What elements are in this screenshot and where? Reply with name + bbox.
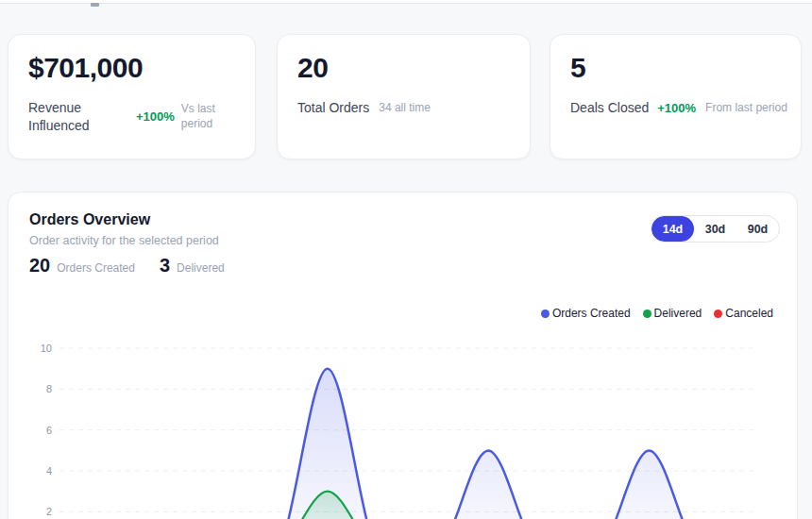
svg-text:8: 8 xyxy=(46,383,52,394)
canceled-dot-icon xyxy=(714,310,722,318)
total-orders-label: Total Orders xyxy=(297,99,369,117)
stat-card-total-orders: 20 Total Orders 34 all time xyxy=(277,34,531,159)
revenue-period-note: Vs last period xyxy=(181,102,236,131)
orders-overview-card: Orders Overview Order activity for the s… xyxy=(8,192,798,519)
delivered-count: 3 xyxy=(160,255,170,276)
range-14d-button[interactable]: 14d xyxy=(651,216,694,242)
deals-closed-value: 5 xyxy=(570,52,585,84)
total-orders-note: 34 all time xyxy=(379,101,431,116)
svg-text:10: 10 xyxy=(41,343,52,354)
stat-card-revenue: $701,000 Revenue Influenced +100% Vs las… xyxy=(8,34,256,159)
total-orders-value: 20 xyxy=(297,52,328,84)
orders-overview-title: Orders Overview xyxy=(29,211,150,228)
chart-series xyxy=(59,369,756,519)
range-30d-button[interactable]: 30d xyxy=(694,216,736,242)
top-nav-edge xyxy=(0,0,812,4)
legend-item-orders-created: Orders Created xyxy=(541,307,631,320)
svg-text:4: 4 xyxy=(46,465,52,477)
legend-item-delivered: Delivered xyxy=(643,307,702,320)
orders-created-count-label: Orders Created xyxy=(57,261,135,275)
revenue-value: $701,000 xyxy=(28,52,143,84)
orders-overview-subtitle: Order activity for the selected period xyxy=(29,234,219,247)
orders-overview-stats: 20 Orders Created 3 Delivered xyxy=(29,255,225,276)
delivered-dot-icon xyxy=(643,310,651,318)
delivered-count-label: Delivered xyxy=(177,261,225,275)
range-90d-button[interactable]: 90d xyxy=(736,216,779,242)
nav-remnant-mark xyxy=(91,3,99,7)
deals-closed-period-note: From last period xyxy=(705,101,787,116)
revenue-label: Revenue Influenced xyxy=(28,99,123,135)
revenue-change-badge: +100% xyxy=(136,109,175,124)
orders-created-count: 20 xyxy=(29,255,50,276)
deals-closed-label: Deals Closed xyxy=(570,99,649,117)
svg-text:6: 6 xyxy=(46,425,52,436)
legend-item-canceled: Canceled xyxy=(714,307,773,320)
orders-chart: 246810 xyxy=(8,336,799,519)
orders-created-dot-icon xyxy=(541,310,550,318)
chart-legend: Orders Created Delivered Canceled xyxy=(529,307,773,320)
stat-card-deals-closed: 5 Deals Closed +100% From last period xyxy=(550,34,802,159)
svg-text:2: 2 xyxy=(46,506,52,517)
range-toggle-group: 14d 30d 90d xyxy=(651,215,780,243)
deals-closed-change-badge: +100% xyxy=(657,101,696,115)
